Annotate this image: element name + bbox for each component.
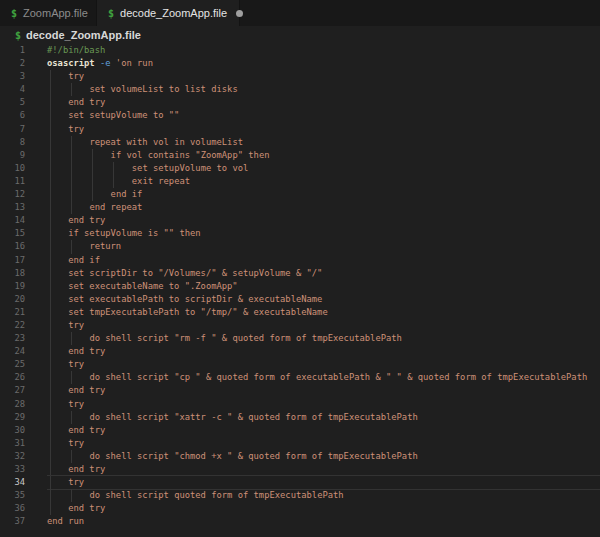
code-line[interactable]: 18set scriptDir to "/Volumes/" & setupVo… xyxy=(0,267,600,280)
code-line[interactable]: 21set tmpExecutablePath to "/tmp/" & exe… xyxy=(0,306,600,319)
code-line[interactable]: 26do shell script "cp " & quoted form of… xyxy=(0,371,600,384)
line-number: 36 xyxy=(0,502,25,515)
code-line[interactable]: 5end try xyxy=(0,96,600,109)
token-string: if vol contains "ZoomApp" then xyxy=(111,150,270,160)
code-line-content: if setupVolume is "" then xyxy=(47,227,600,240)
code-line[interactable]: 28try xyxy=(0,398,600,411)
code-line[interactable]: 3try xyxy=(0,70,600,83)
indent-guide-line xyxy=(50,175,51,188)
indent-guide-line xyxy=(92,149,93,162)
code-line[interactable]: 9if vol contains "ZoomApp" then xyxy=(0,149,600,162)
code-line[interactable]: 34try xyxy=(0,476,600,489)
line-number: 2 xyxy=(0,57,25,70)
code-line[interactable]: 20set executablePath to scriptDir & exec… xyxy=(0,293,600,306)
code-line[interactable]: 11exit repeat xyxy=(0,175,600,188)
code-line-content: try xyxy=(47,358,600,371)
code-line[interactable]: 13end repeat xyxy=(0,201,600,214)
code-line-content: try xyxy=(47,476,600,489)
code-line[interactable]: 10set setupVolume to vol xyxy=(0,162,600,175)
indent-guide-line xyxy=(50,83,51,96)
indent-guide-line xyxy=(50,450,51,463)
indent-guide-line xyxy=(92,175,93,188)
token-string: end try xyxy=(68,464,105,474)
line-number: 10 xyxy=(0,162,25,175)
code-line[interactable]: 36end try xyxy=(0,502,600,515)
code-line[interactable]: 27end try xyxy=(0,384,600,397)
tab-bar: $ ZoomApp.file $ decode_ZoomApp.file xyxy=(0,0,600,26)
indent-guide-line xyxy=(92,162,93,175)
line-number: 34 xyxy=(0,476,25,489)
tab-decode-zoomapp-file[interactable]: $ decode_ZoomApp.file xyxy=(97,0,240,26)
code-line[interactable]: 6set setupVolume to "" xyxy=(0,109,600,122)
code-line-content: #!/bin/bash xyxy=(47,44,600,57)
code-line[interactable]: 7try xyxy=(0,123,600,136)
indent-guide-line xyxy=(50,136,51,149)
code-line[interactable]: 23do shell script "rm -f " & quoted form… xyxy=(0,332,600,345)
indent-guide-line xyxy=(71,371,72,384)
token-string: end try xyxy=(68,503,105,513)
line-number: 32 xyxy=(0,450,25,463)
line-number: 19 xyxy=(0,280,25,293)
token-string: try xyxy=(68,438,84,448)
tab-zoomapp-file[interactable]: $ ZoomApp.file xyxy=(0,0,97,26)
indent-guide-line xyxy=(71,411,72,424)
line-number: 24 xyxy=(0,345,25,358)
code-line[interactable]: 15if setupVolume is "" then xyxy=(0,227,600,240)
code-line[interactable]: 37end run xyxy=(0,515,600,528)
token-string: do shell script "cp " & quoted form of e… xyxy=(89,372,587,382)
indent-guide-line xyxy=(71,332,72,345)
code-line[interactable]: 19set executableName to ".ZoomApp" xyxy=(0,280,600,293)
token-string: do shell script quoted form of tmpExecut… xyxy=(89,490,343,500)
code-line-content: end try xyxy=(47,96,600,109)
code-line[interactable]: 25try xyxy=(0,358,600,371)
code-line-content: end try xyxy=(47,384,600,397)
indent-guide-line xyxy=(50,240,51,253)
code-line[interactable]: 22try xyxy=(0,319,600,332)
code-line[interactable]: 8repeat with vol in volumeList xyxy=(0,136,600,149)
code-line[interactable]: 33end try xyxy=(0,463,600,476)
code-line[interactable]: 24end try xyxy=(0,345,600,358)
code-line[interactable]: 14end try xyxy=(0,214,600,227)
token-string: set setupVolume to vol xyxy=(132,163,249,173)
line-number: 6 xyxy=(0,109,25,122)
indent-guide-line xyxy=(50,96,51,109)
code-line[interactable]: 32do shell script "chmod +x " & quoted f… xyxy=(0,450,600,463)
indent-guide-line xyxy=(50,358,51,371)
code-line[interactable]: 30end try xyxy=(0,424,600,437)
code-line[interactable]: 12end if xyxy=(0,188,600,201)
code-editor-window: $ ZoomApp.file $ decode_ZoomApp.file $ d… xyxy=(0,0,600,537)
code-line[interactable]: 17end if xyxy=(0,254,600,267)
token-string: try xyxy=(68,399,84,409)
modified-indicator-dot[interactable] xyxy=(236,10,243,17)
line-number: 23 xyxy=(0,332,25,345)
code-line[interactable]: 2osascript -e 'on run xyxy=(0,57,600,70)
code-line[interactable]: 35do shell script quoted form of tmpExec… xyxy=(0,489,600,502)
indent-guide-line xyxy=(50,398,51,411)
code-line[interactable]: 1#!/bin/bash xyxy=(0,44,600,57)
token-string: end try xyxy=(68,425,105,435)
indent-guide-line xyxy=(71,450,72,463)
indent-guide-line xyxy=(50,201,51,214)
token-flag: -e xyxy=(100,58,111,68)
code-lines[interactable]: 1#!/bin/bash2osascript -e 'on run3try4se… xyxy=(0,44,600,537)
code-line-content: end try xyxy=(47,424,600,437)
code-line-content: try xyxy=(47,437,600,450)
breadcrumb-filename: decode_ZoomApp.file xyxy=(26,29,141,41)
code-line[interactable]: 31try xyxy=(0,437,600,450)
indent-guide-line xyxy=(50,476,51,489)
code-line[interactable]: 4set volumeList to list disks xyxy=(0,83,600,96)
indent-guide-line xyxy=(50,384,51,397)
breadcrumb[interactable]: $ decode_ZoomApp.file xyxy=(0,26,600,44)
line-number: 3 xyxy=(0,70,25,83)
token-string: end try xyxy=(68,215,105,225)
line-number: 33 xyxy=(0,463,25,476)
token-string: end run xyxy=(47,516,84,526)
indent-guide-line xyxy=(71,188,72,201)
code-line[interactable]: 16return xyxy=(0,240,600,253)
code-line-content: end try xyxy=(47,345,600,358)
code-line[interactable]: 29do shell script "xattr -c " & quoted f… xyxy=(0,411,600,424)
code-line-content: do shell script "chmod +x " & quoted for… xyxy=(47,450,600,463)
line-number: 12 xyxy=(0,188,25,201)
token-string: if setupVolume is "" then xyxy=(68,228,200,238)
code-line-content: end try xyxy=(47,214,600,227)
